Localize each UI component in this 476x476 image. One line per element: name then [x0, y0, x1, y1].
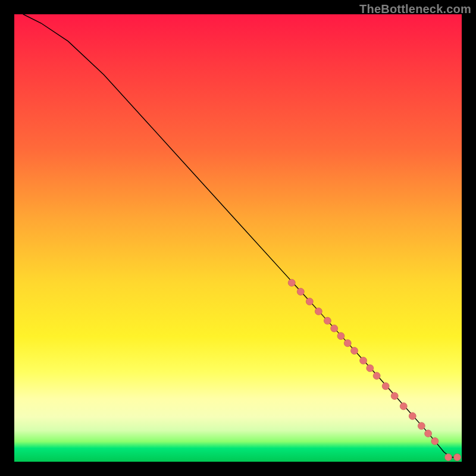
highlight-point: [382, 383, 389, 390]
highlight-point: [367, 365, 374, 372]
highlight-point: [400, 403, 407, 410]
highlight-point: [373, 372, 380, 380]
highlight-point: [331, 325, 338, 332]
highlight-pill: [334, 328, 355, 351]
chart-overlay: [14, 14, 462, 462]
highlight-point: [351, 347, 358, 355]
chart-stage: TheBottleneck.com: [0, 0, 476, 476]
highlight-point: [360, 357, 367, 364]
bottleneck-curve: [23, 14, 457, 457]
highlight-point: [288, 279, 295, 286]
chart-plot-area: [14, 14, 462, 462]
highlight-point: [444, 453, 452, 461]
watermark-text: TheBottleneck.com: [359, 2, 471, 16]
highlight-point: [344, 340, 351, 347]
highlight-point: [337, 333, 345, 340]
highlight-point: [297, 288, 304, 295]
highlight-point: [418, 422, 425, 430]
highlight-point: [306, 298, 313, 305]
highlight-point: [453, 453, 461, 461]
highlight-point: [324, 317, 331, 324]
highlight-point: [409, 412, 416, 419]
highlight-point: [431, 437, 439, 444]
highlight-point: [425, 430, 432, 437]
highlight-point: [315, 308, 322, 315]
highlight-point: [391, 392, 398, 399]
